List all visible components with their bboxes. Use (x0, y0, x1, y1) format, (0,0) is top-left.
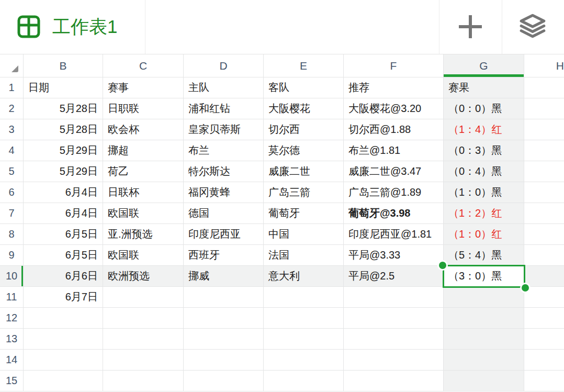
cell-H7[interactable] (524, 203, 564, 224)
cell-H1[interactable] (524, 77, 564, 98)
column-header-C[interactable]: C (103, 54, 184, 77)
cell-F5[interactable]: 威廉二世@3.47 (344, 161, 444, 182)
cell-F7[interactable]: 葡萄牙@3.98 (344, 203, 444, 224)
row-header-6[interactable]: 6 (0, 182, 24, 203)
cell-F8[interactable]: 印度尼西亚@1.81 (344, 224, 444, 245)
cell-B7[interactable]: 6月4日 (24, 203, 103, 224)
cell-C15[interactable] (103, 371, 184, 391)
cell-B11[interactable]: 6月7日 (24, 287, 103, 308)
cell-E7[interactable]: 葡萄牙 (264, 203, 344, 224)
cell-B15[interactable] (24, 371, 103, 391)
row-header-1[interactable]: 1 (0, 77, 24, 98)
cell-G3[interactable]: （1：4）红 (444, 119, 524, 140)
selection-handle-top-left[interactable] (437, 260, 448, 271)
cell-G9[interactable]: （5：4）黑 (444, 245, 524, 266)
cell-G5[interactable]: （0：4）黑 (444, 161, 524, 182)
cell-H5[interactable] (524, 161, 564, 182)
row-header-10[interactable]: 10 (0, 266, 24, 287)
row-header-8[interactable]: 8 (0, 224, 24, 245)
cell-D13[interactable] (184, 329, 264, 350)
cell-C11[interactable] (103, 287, 184, 308)
row-header-9[interactable]: 9 (0, 245, 24, 266)
row-header-7[interactable]: 7 (0, 203, 24, 224)
cell-F1[interactable]: 推荐 (344, 77, 444, 98)
cell-G10[interactable]: （3：0）黑 (444, 266, 524, 287)
cell-B10[interactable]: 6月6日 (24, 266, 103, 287)
column-header-E[interactable]: E (264, 54, 344, 77)
cell-B9[interactable]: 6月5日 (24, 245, 103, 266)
cell-E12[interactable] (264, 308, 344, 329)
cell-H12[interactable] (524, 308, 564, 329)
cell-H15[interactable] (524, 371, 564, 391)
add-sheet-button[interactable] (453, 9, 488, 44)
row-header-3[interactable]: 3 (0, 119, 24, 140)
cell-G13[interactable] (444, 329, 524, 350)
cell-D5[interactable]: 特尔斯达 (184, 161, 264, 182)
cell-E8[interactable]: 中国 (264, 224, 344, 245)
cell-C7[interactable]: 欧国联 (103, 203, 184, 224)
cell-D15[interactable] (184, 371, 264, 391)
cell-D9[interactable]: 西班牙 (184, 245, 264, 266)
column-header-H[interactable]: H (524, 54, 564, 77)
cell-H13[interactable] (524, 329, 564, 350)
cell-D3[interactable]: 皇家贝蒂斯 (184, 119, 264, 140)
sheet-manager-button[interactable] (515, 9, 550, 44)
cell-H10[interactable] (524, 266, 564, 287)
cell-D11[interactable] (184, 287, 264, 308)
cell-B2[interactable]: 5月28日 (24, 98, 103, 119)
cell-E9[interactable]: 法国 (264, 245, 344, 266)
cell-C2[interactable]: 日职联 (103, 98, 184, 119)
cell-B13[interactable] (24, 329, 103, 350)
cell-G1[interactable]: 赛果 (444, 77, 524, 98)
row-header-15[interactable]: 15 (0, 371, 24, 391)
cell-F10[interactable]: 平局@2.5 (344, 266, 444, 287)
cell-D7[interactable]: 德国 (184, 203, 264, 224)
cell-F4[interactable]: 布兰@1.81 (344, 140, 444, 161)
cell-H2[interactable] (524, 98, 564, 119)
row-header-12[interactable]: 12 (0, 308, 24, 329)
cell-E15[interactable] (264, 371, 344, 391)
cell-H4[interactable] (524, 140, 564, 161)
select-all-corner[interactable] (0, 54, 24, 77)
cell-F12[interactable] (344, 308, 444, 329)
column-header-D[interactable]: D (184, 54, 264, 77)
cell-H11[interactable] (524, 287, 564, 308)
cell-B5[interactable]: 5月29日 (24, 161, 103, 182)
cell-B12[interactable] (24, 308, 103, 329)
cell-E5[interactable]: 威廉二世 (264, 161, 344, 182)
cell-C9[interactable]: 欧国联 (103, 245, 184, 266)
cell-F9[interactable]: 平局@3.33 (344, 245, 444, 266)
cell-C1[interactable]: 赛事 (103, 77, 184, 98)
cell-C12[interactable] (103, 308, 184, 329)
cell-B3[interactable]: 5月28日 (24, 119, 103, 140)
cell-C13[interactable] (103, 329, 184, 350)
selection-handle-bottom-right[interactable] (520, 283, 531, 293)
cell-E13[interactable] (264, 329, 344, 350)
cell-D8[interactable]: 印度尼西亚 (184, 224, 264, 245)
cell-G4[interactable]: （0：3）黑 (444, 140, 524, 161)
cell-C14[interactable] (103, 350, 184, 371)
cell-E11[interactable] (264, 287, 344, 308)
row-header-11[interactable]: 11 (0, 287, 24, 308)
cell-G2[interactable]: （0：0）黑 (444, 98, 524, 119)
cell-B1[interactable]: 日期 (24, 77, 103, 98)
cell-G8[interactable]: （1：0）红 (444, 224, 524, 245)
cell-D1[interactable]: 主队 (184, 77, 264, 98)
cell-H3[interactable] (524, 119, 564, 140)
cell-G15[interactable] (444, 371, 524, 391)
cell-H6[interactable] (524, 182, 564, 203)
column-header-F[interactable]: F (344, 54, 444, 77)
cell-F3[interactable]: 切尔西@1.88 (344, 119, 444, 140)
cell-D6[interactable]: 福冈黄蜂 (184, 182, 264, 203)
cell-E6[interactable]: 广岛三箭 (264, 182, 344, 203)
cell-G12[interactable] (444, 308, 524, 329)
cell-G7[interactable]: （1：2）红 (444, 203, 524, 224)
cell-E4[interactable]: 莫尔德 (264, 140, 344, 161)
cell-B6[interactable]: 6月4日 (24, 182, 103, 203)
cell-B4[interactable]: 5月29日 (24, 140, 103, 161)
column-header-B[interactable]: B (24, 54, 103, 77)
sheet-title[interactable]: 工作表1 (52, 15, 117, 39)
row-header-5[interactable]: 5 (0, 161, 24, 182)
cell-E2[interactable]: 大阪樱花 (264, 98, 344, 119)
cell-H8[interactable] (524, 224, 564, 245)
